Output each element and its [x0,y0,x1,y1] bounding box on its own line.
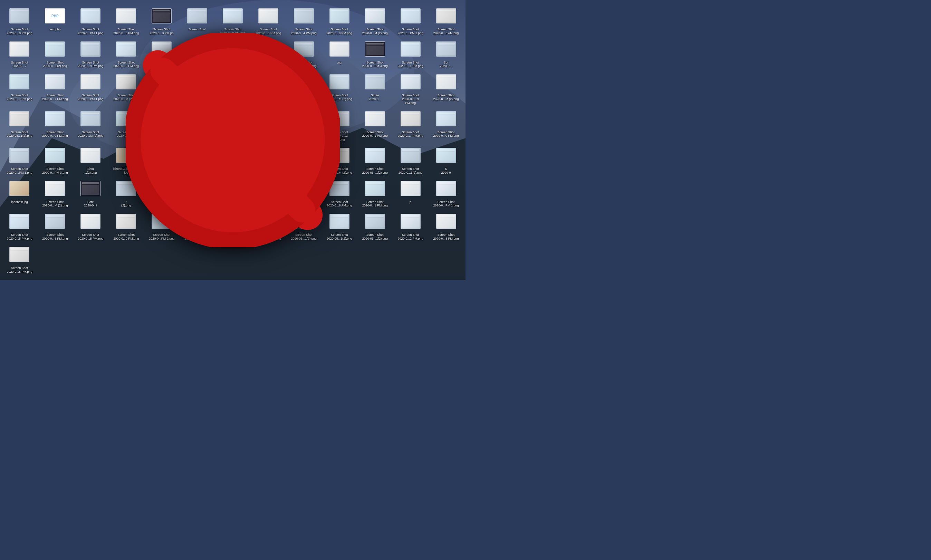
desktop-icon-29[interactable]: Screen Shot 2020-0...PM 1.png [73,69,108,106]
desktop-icon-28[interactable]: Screen Shot 2020-0...7 PM.png [37,69,73,106]
desktop-icon-13[interactable]: Screen Shot 2020-0...8 AM.png [428,3,464,37]
desktop-icon-9[interactable]: Screen Shot 2020-0...4 PM.png [286,3,322,37]
desktop-icon-39[interactable]: Screen Shot 2020-0...M (2).png [428,69,464,106]
desktop-icon-22[interactable]: Screen Shot 2020-05...1(2).png [286,37,322,70]
desktop-icon-20[interactable]: Screen Shot 2020-06...1(2).png [215,37,251,70]
desktop-icon-12[interactable]: Screen Shot 2020-0...PM 1.png [392,3,428,37]
desktop-icon-50[interactable]: Screen Shot 2020-0...1 PM.png [357,106,392,143]
desktop-icon-59[interactable]: Screen Shot 2020-0...4 PM.png [215,143,251,176]
desktop-icon-43[interactable]: Screen Sho 2020-0...2(2). [108,106,144,143]
desktop-icon-91[interactable]: Screen Shot 2020-0...8 PM.png [428,209,464,242]
desktop-icon-88[interactable]: Screen Shot 2020-05...1(2).png [322,209,357,242]
desktop-icon-79[interactable]: Screen Shot 2020-0...5 PM.png [2,209,37,242]
desktop-icon-70[interactable]: Screen Shot 2020-0...6 PM.png [144,176,180,209]
desktop-icon-69[interactable]: t (2).png [108,176,144,209]
desktop-icon-24[interactable]: Screen Shot 2020-0...PM 3.png [357,37,392,70]
desktop-icon-62[interactable]: Screen Shot 2020-0...M (2).png [322,143,357,176]
icon-label-60: Screen Shot 2020-0...6 PM.png [255,167,281,175]
desktop-icon-87[interactable]: Screen Shot 2020-05...1(2).png [286,209,322,242]
desktop-icon-84[interactable]: Screen Shot 2020-0...2 AM.png [180,209,215,242]
desktop-icon-49[interactable]: Screen Shot 2020-0-0...2 PM.png [322,106,357,143]
desktop-icon-41[interactable]: Screen Shot 2020-0...9 PM.png [37,106,73,143]
desktop-icon-68[interactable]: Scre 2020-0...t [73,176,108,209]
desktop-icon-52[interactable]: Screen Shot 2020-0...0 PM.png [428,106,464,143]
desktop-icon-4[interactable]: Screen Shot 2020-0...3 PM.png [108,3,144,37]
desktop-icon-56[interactable]: iphone11prolineup. jpg [108,143,144,176]
icon-label-86: Over-Ear- ApplePh...edb.png [255,233,281,241]
desktop-icon-53[interactable]: Screen Shot 2020-0...PM 1.png [2,143,37,176]
desktop-icon-80[interactable]: Screen Shot 2020-0...8 PM.png [37,209,73,242]
desktop-icon-67[interactable]: Screen Shot 2020-0...M (2).png [37,176,73,209]
icon-label-9: Screen Shot 2020-0...4 PM.png [291,28,317,35]
desktop-icon-60[interactable]: Screen Shot 2020-0...6 PM.png [250,143,286,176]
desktop-icon-65[interactable]: S 2020-0 [428,143,464,176]
desktop-icon-44[interactable]: Shot ...5 PM.png [144,106,180,143]
desktop-icon-37[interactable]: Scree 2020-0... [357,69,392,106]
desktop-icon-33[interactable]: Shot ...1 PM.png [215,69,251,106]
desktop-icon-85[interactable]: Screen Shot 2020-0...3 PM.png [215,209,251,242]
desktop-icon-71[interactable]: Screen Shot 2020-0...1 PM.png [180,176,215,209]
desktop-icon-34[interactable]: airpods_p up_header. [250,69,286,106]
desktop-icon-46[interactable]: Screen Shot 2020- [215,106,251,143]
desktop-icon-38[interactable]: Screen Shot 2020-0-0...9 PM.png [392,69,428,106]
desktop-icon-48[interactable]: Scree 2020-0...P [286,106,322,143]
desktop-icon-72[interactable]: Screen Shot 2020-0...1 PM.png [215,176,251,209]
desktop-icon-10[interactable]: Screen Shot 2020-0...9 PM.png [322,3,357,37]
desktop-icon-8[interactable]: Screen Shot 2020-0...3 PM.png [250,3,286,37]
desktop-icon-54[interactable]: Screen Shot 2020-0...PM 3.png [37,143,73,176]
desktop-icon-6[interactable]: Screen Shot [180,3,215,37]
desktop-icon-42[interactable]: Screen Shot 2020-0...M (2).png [73,106,108,143]
desktop-icon-51[interactable]: Screen Shot 2020-0...7 PM.png [392,106,428,143]
desktop-icon-76[interactable]: Screen Shot 2020-0...1 PM.png [357,176,392,209]
desktop-icon-2[interactable]: PHPtest.php [37,3,73,37]
desktop-icon-78[interactable]: Screen Shot 2020-0...PM 1.png [428,176,464,209]
desktop-icon-36[interactable]: Screen Shot 2020-0...M (2).png [322,69,357,106]
desktop-icon-81[interactable]: Screen Shot 2020-0...5 PM.png [73,209,108,242]
desktop-icon-45[interactable]: iphone11splash.j g [180,106,215,143]
desktop-icon-18[interactable]: Screen Shot 2020-0...6 PM.png [144,37,180,70]
desktop-icon-82[interactable]: Screen Shot 2020-0...0 PM.png [108,209,144,242]
desktop-icon-63[interactable]: Screen Shot 2020-06...1(2).png [357,143,392,176]
desktop-icon-86[interactable]: Over-Ear- ApplePh...edb.png [250,209,286,242]
desktop-icon-92[interactable]: Screen Shot 2020-0...5 PM.png [2,242,37,275]
desktop-icon-58[interactable]: Scr 2020- [180,143,215,176]
desktop-icon-3[interactable]: Screen Shot 2020-0...PM 1.png [73,3,108,37]
icon-label-44: Shot ...5 PM.png [154,131,169,138]
desktop-icon-61[interactable]: Screen Shot 2020-0...5 PM.png [286,143,322,176]
desktop-icon-26[interactable]: Scr 2020-0... [428,37,464,70]
desktop-icon-32[interactable]: Screen Shot 2020-0...PM 2. [180,69,215,106]
desktop-icon-11[interactable]: Screen Shot 2020-0...M (2).png [357,3,392,37]
desktop-icon-21[interactable]: Screen Shot 2020-0...1 PM.png [250,37,286,70]
desktop-icon-75[interactable]: Screen Shot 2020-0...6 AM.png [322,176,357,209]
icon-label-52: Screen Shot 2020-0...0 PM.png [433,131,459,138]
desktop-icon-66[interactable]: iphonexr.jpg [2,176,37,209]
desktop-icon-31[interactable]: Screen Shot 2020-0...M (2).png [144,69,180,106]
desktop-icon-16[interactable]: Screen Shot 2020-0...9 PM.png [73,37,108,70]
desktop-icon-25[interactable]: Screen Shot 2020-0...1 PM.png [392,37,428,70]
desktop-icon-47[interactable]: Screen Shot 2020-0...9 PM.png [250,106,286,143]
desktop-icon-83[interactable]: Screen Shot 2020-0...PM 2.png [144,209,180,242]
desktop-icon-27[interactable]: Screen Shot 2020-0...7 PM.png [2,69,37,106]
desktop-icon-5[interactable]: Screen Shot 2020-0...3 PM.pn [144,3,180,37]
desktop-icon-30[interactable]: Screen Shot 2020-0...M (2).png [108,69,144,106]
desktop-icon-90[interactable]: Screen Shot 2020-0...2 PM.png [392,209,428,242]
desktop-icon-40[interactable]: Screen Shot 2020-05...1(2).png [2,106,37,143]
desktop-icon-35[interactable]: Screen Shot ...3(2).png [286,69,322,106]
desktop-icon-17[interactable]: Screen Shot 2020-0...0 PM.png [108,37,144,70]
desktop-icon-1[interactable]: Screen Shot 2020-0...8 PM.png [2,3,37,37]
desktop-icon-55[interactable]: Shot ...(2).png [73,143,108,176]
desktop-icon-73[interactable]: Screen Shot 2020-0...M (2).png [250,176,286,209]
icon-label-62: Screen Shot 2020-0...M (2).png [327,167,352,175]
desktop-icon-64[interactable]: Screen Shot 2020-0...3(2).png [392,143,428,176]
desktop-icon-14[interactable]: Screen Shot 2020-0...7 [2,37,37,70]
desktop-icon-74[interactable]: Screen Shot 2020-0...9 PM.png [286,176,322,209]
desktop-icon-19[interactable]: Screen Shot 2020-0...3 PM.png [180,37,215,70]
desktop-icon-57[interactable]: Screen Sho 2020-0...5 PM.n [144,143,180,176]
desktop-icon-89[interactable]: Screen Shot 2020-05...1(2).png [357,209,392,242]
icon-label-54: Screen Shot 2020-0...PM 3.png [42,167,68,175]
desktop-icon-77[interactable]: p [392,176,428,209]
desktop-icon-7[interactable]: Screen Shot 2020-0...9 PM.png [215,3,251,37]
desktop-icon-23[interactable]: .ng [322,37,357,70]
icon-label-77: p [409,200,411,204]
desktop-icon-15[interactable]: Screen Shot 2020-0...2(2).png [37,37,73,70]
